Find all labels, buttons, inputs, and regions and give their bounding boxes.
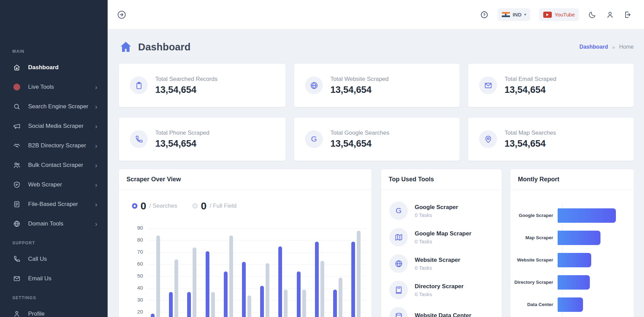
youtube-button[interactable]: YouTube [539, 8, 579, 21]
monthly-bar-label: Directory Scraper [510, 280, 558, 285]
tool-name: Website Scraper [415, 257, 460, 264]
full-field-bar [266, 263, 269, 317]
sidebar-item-label: Profile [28, 310, 97, 317]
logout-icon[interactable] [623, 10, 632, 19]
stat-label: Total Email Scraped [505, 76, 556, 83]
monthly-row-google-scraper: Google Scraper [510, 204, 634, 227]
legend-dot-icon [192, 203, 198, 209]
tool-name: Google Map Scraper [415, 230, 471, 237]
monthly-bar-label: Map Scraper [510, 235, 558, 240]
searches-bar [187, 292, 191, 317]
tool-task-count: 0 Tasks [415, 239, 471, 244]
tool-item-website-data-center[interactable]: Website Data Center [389, 306, 494, 317]
scraper-overview-card: Scraper Over View 0/ Searches0/ Full Fie… [119, 169, 372, 317]
sidebar-section-main: MAINDashboardLive Tools›Search Engine Sc… [0, 48, 108, 233]
breadcrumb-current: Home [619, 44, 634, 50]
tool-item-directory-scraper[interactable]: Directory Scraper0 Tasks [389, 279, 494, 301]
map-icon [389, 228, 408, 246]
legend-count: 0 [141, 200, 146, 212]
sidebar-toggle-button[interactable] [117, 10, 127, 20]
breadcrumb-link[interactable]: Dashboard [579, 44, 608, 50]
sidebar-item-profile[interactable]: Profile [0, 304, 108, 317]
tool-item-google-map-scraper[interactable]: Google Map Scraper0 Tasks [389, 227, 494, 248]
monthly-row-map-scraper: Map Scraper [510, 227, 634, 249]
gridline [148, 264, 367, 265]
monthly-bar [558, 275, 590, 290]
bottom-row: Scraper Over View 0/ Searches0/ Full Fie… [119, 169, 634, 317]
searches-bar [278, 246, 282, 317]
monthly-bar-label: Data Center [510, 302, 558, 307]
topbar-actions: ? IND ▾ YouTube [480, 8, 632, 21]
sidebar-item-dashboard[interactable]: Dashboard [0, 58, 108, 77]
sidebar-item-domain-tools[interactable]: Domain Tools› [0, 214, 108, 233]
sidebar-item-label: Social Media Scraper [28, 123, 95, 130]
globe-icon [389, 254, 408, 273]
sidebar-item-call-us[interactable]: Call Us [0, 249, 108, 269]
top-used-tools-title: Top Used Tools [381, 169, 502, 190]
sidebar-item-email-us[interactable]: Email Us [0, 269, 108, 288]
dark-mode-toggle[interactable] [588, 10, 597, 19]
sidebar-item-label: Live Tools [28, 84, 95, 90]
tool-item-google-scraper[interactable]: GGoogle Scraper0 Tasks [389, 200, 494, 221]
shield-code-icon [12, 180, 21, 189]
legend-count: 0 [201, 200, 207, 212]
y-axis-tick: 50 [137, 273, 143, 279]
legend-dot-icon [132, 203, 137, 209]
gridline [148, 228, 367, 229]
stat-label: Total Phone Scraped [155, 130, 209, 136]
language-selector[interactable]: IND ▾ [498, 8, 530, 21]
sidebar-item-label: Dashboard [28, 64, 97, 71]
stat-value: 13,54,654 [155, 85, 217, 95]
full-field-bar [339, 278, 342, 317]
full-field-bar [302, 290, 306, 317]
searches-bar [260, 286, 264, 317]
sidebar-item-file-based-scraper[interactable]: File-Based Scraper› [0, 194, 108, 214]
monthly-bar [558, 231, 600, 245]
sidebar-item-social-media-scraper[interactable]: Social Media Scraper› [0, 116, 108, 136]
sidebar-section-label: SUPPORT [0, 240, 108, 246]
searches-bar [169, 292, 173, 317]
chevron-down-icon: ▾ [524, 12, 526, 17]
chevron-right-icon: › [95, 84, 97, 90]
full-field-bar [320, 261, 324, 317]
sidebar-section-settings: SETTINGSProfile [0, 294, 108, 317]
searches-bar [315, 242, 319, 317]
users-icon [12, 161, 21, 170]
sidebar-item-label: B2B Directory Scraper [28, 142, 95, 149]
y-axis-tick: 90 [137, 225, 143, 231]
help-icon[interactable]: ? [480, 10, 489, 19]
stat-card-total-phone-scraped: Total Phone Scraped13,54,654 [119, 118, 285, 161]
topbar: ? IND ▾ YouTube [108, 0, 644, 29]
stat-value: 13,54,654 [505, 85, 556, 95]
stat-card-total-website-scraped: Total Website Scraped13,54,654 [294, 64, 460, 107]
gridline [148, 240, 367, 241]
stat-card-total-google-searches: GTotal Google Searches13,54,654 [294, 118, 460, 161]
sidebar-item-bulk-contact-scraper[interactable]: Bulk Contact Scraper› [0, 155, 108, 175]
y-axis-tick: 80 [137, 237, 143, 243]
g-letter-icon: G [389, 202, 408, 220]
sidebar-section-label: MAIN [0, 48, 108, 55]
search-icon [12, 102, 21, 111]
page-title: Dashboard [138, 41, 191, 53]
sidebar-item-search-engine-scraper[interactable]: Search Engine Scraper› [0, 97, 108, 116]
y-axis-tick: 70 [137, 249, 143, 255]
user-account-icon[interactable] [606, 10, 615, 19]
page-title-row: Dashboard Dashboard » Home [119, 37, 634, 57]
full-field-bar [211, 292, 215, 317]
sidebar-item-label: Web Scraper [28, 181, 95, 188]
sidebar-item-b2b-directory-scraper[interactable]: B2B Directory Scraper› [0, 136, 108, 155]
top-used-tools-list: GGoogle Scraper0 TasksGoogle Map Scraper… [381, 190, 502, 317]
sidebar-item-web-scraper[interactable]: Web Scraper› [0, 175, 108, 194]
monthly-bar [558, 208, 616, 223]
tool-item-website-scraper[interactable]: Website Scraper0 Tasks [389, 253, 494, 274]
sidebar-item-live-tools[interactable]: Live Tools› [0, 77, 108, 97]
sidebar-logo-area [0, 0, 108, 48]
monthly-report-chart: Google ScraperMap ScraperWebsite Scraper… [510, 190, 634, 316]
envelope-icon [479, 76, 497, 94]
y-axis-tick: 60 [137, 261, 143, 267]
clipboard-icon [130, 76, 148, 94]
monthly-row-directory-scraper: Directory Scraper [510, 271, 634, 293]
stat-card-total-map-searches: Total Map Searches13,54,654 [468, 118, 634, 161]
india-flag-icon [502, 12, 510, 17]
chevron-right-icon: › [95, 103, 97, 110]
